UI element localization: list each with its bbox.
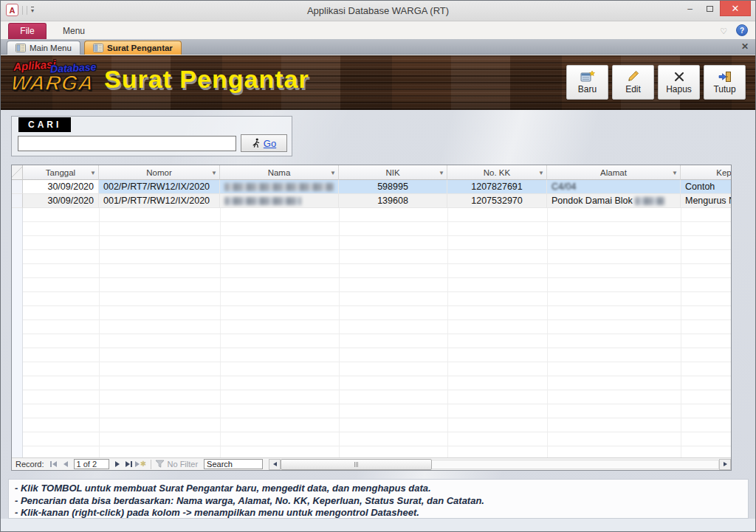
empty-datasheet-rows[interactable] — [12, 208, 731, 457]
header-label: No. KK — [484, 168, 510, 177]
cari-input[interactable] — [18, 136, 236, 151]
form-header-banner: Aplikasi Database WARGA Surat Pengantar … — [1, 55, 755, 110]
column-header-alamat[interactable]: Alamat ▼ — [547, 165, 681, 180]
cell-nokk[interactable]: 1207827691 — [447, 180, 547, 194]
menu-tab[interactable]: Menu — [57, 23, 91, 39]
horizontal-scrollbar — [269, 459, 731, 470]
go-label: Go — [264, 138, 276, 149]
record-navigation-bar: Record: 1 of 2 ✱ No Filter — [12, 457, 731, 470]
column-header-nokk[interactable]: No. KK ▼ — [447, 165, 547, 180]
exit-door-icon — [718, 71, 732, 83]
document-tab-strip: Main Menu Surat Pengantar ✕ — [1, 39, 755, 55]
datasheet: Tanggal ▼ Nomor ▼ Nama ▼ NIK ▼ No. KK ▼ … — [11, 165, 732, 471]
header-label: Nomor — [146, 168, 172, 177]
edit-button[interactable]: Edit — [612, 65, 654, 100]
tab-close-icon[interactable]: ✕ — [741, 41, 749, 52]
cell-nik[interactable]: 598995 — [339, 180, 447, 194]
pencil-icon — [627, 70, 639, 83]
scrollbar-thumb[interactable] — [281, 459, 432, 470]
cari-label: CARI — [18, 117, 71, 132]
form-icon — [93, 44, 103, 52]
go-button[interactable]: Go — [241, 134, 287, 152]
header-label: Keperluan — [716, 168, 732, 177]
chevron-down-icon[interactable]: ▼ — [439, 169, 444, 176]
x-icon — [673, 71, 685, 83]
scroll-left-button[interactable] — [269, 459, 281, 470]
minimize-button[interactable]: – — [680, 1, 700, 16]
button-label: Baru — [578, 84, 597, 94]
cell-tanggal[interactable]: 30/09/2020 — [23, 194, 99, 208]
cell-nama-redacted[interactable] — [220, 194, 339, 208]
column-header-nama[interactable]: Nama ▼ — [220, 165, 339, 180]
record-selector[interactable] — [12, 180, 23, 194]
app-logo: Aplikasi Database WARGA — [11, 59, 98, 106]
file-tab[interactable]: File — [8, 23, 47, 39]
new-form-icon — [580, 70, 595, 83]
column-header-tanggal[interactable]: Tanggal ▼ — [23, 165, 99, 180]
column-header-nik[interactable]: NIK ▼ — [339, 165, 447, 180]
chevron-down-icon[interactable]: ▼ — [90, 169, 96, 176]
baru-button[interactable]: Baru — [566, 65, 608, 100]
cell-keperluan[interactable]: Contoh — [681, 180, 732, 194]
record-label: Record: — [16, 460, 44, 469]
runner-icon — [252, 138, 261, 148]
filter-funnel-icon — [155, 460, 165, 469]
cell-nokk[interactable]: 1207532970 — [447, 194, 547, 208]
instruction-line: - Klik-kanan (right-click) pada kolom ->… — [15, 507, 748, 519]
chevron-down-icon[interactable]: ▼ — [672, 169, 678, 176]
cell-tanggal[interactable]: 30/09/2020 — [23, 180, 99, 194]
chevron-down-icon[interactable]: ▼ — [211, 169, 217, 176]
new-record-button[interactable]: ✱ — [135, 459, 147, 469]
select-all-corner[interactable] — [12, 165, 23, 180]
button-label: Hapus — [666, 84, 692, 94]
banner-buttons: Baru Edit Hapus — [566, 65, 746, 100]
cell-alamat[interactable]: Pondok Damai Blok — [547, 194, 681, 208]
table-row[interactable]: 30/09/2020 001/P/RT7/RW12/IX/2020 139608… — [12, 194, 731, 208]
column-header-nomor[interactable]: Nomor ▼ — [99, 165, 220, 180]
chevron-down-icon[interactable]: ▼ — [538, 169, 544, 176]
chevron-down-icon[interactable]: ▼ — [330, 169, 336, 176]
hapus-button[interactable]: Hapus — [658, 65, 700, 100]
cell-keperluan[interactable]: Mengurus NIK — [681, 194, 732, 208]
cell-nomor[interactable]: 002/P/RT7/RW12/IX/2020 — [99, 180, 220, 194]
blurred-text: C4/04 — [551, 182, 576, 192]
close-button[interactable]: ✕ — [720, 1, 751, 16]
cell-nomor[interactable]: 001/P/RT7/RW12/IX/2020 — [99, 194, 220, 208]
column-header-keperluan[interactable]: Keperluan — [681, 165, 732, 180]
tab-main-menu[interactable]: Main Menu — [7, 41, 80, 55]
header-label: NIK — [385, 168, 399, 177]
ribbon-tab-row: File Menu ♡ ? — [1, 21, 755, 39]
cell-alamat[interactable]: C4/04 — [547, 180, 681, 194]
last-record-button[interactable] — [123, 459, 135, 469]
form-icon — [16, 44, 26, 52]
window-controls: – ✕ — [680, 1, 751, 16]
next-record-button[interactable] — [111, 459, 123, 469]
no-filter-button[interactable]: No Filter — [155, 460, 199, 469]
cell-nik[interactable]: 139608 — [339, 194, 447, 208]
tab-label: Surat Pengantar — [107, 44, 173, 52]
redacted-text-block — [224, 197, 301, 205]
maximize-icon — [707, 6, 713, 12]
datasheet-header-row: Tanggal ▼ Nomor ▼ Nama ▼ NIK ▼ No. KK ▼ … — [12, 165, 731, 180]
previous-record-button[interactable] — [60, 459, 72, 469]
record-search-input[interactable] — [204, 459, 263, 469]
cell-nama-redacted[interactable] — [220, 180, 339, 194]
first-record-button[interactable] — [48, 459, 60, 469]
instructions-panel: - Klik TOMBOL untuk membuat Surat Pengan… — [8, 479, 749, 519]
record-selector[interactable] — [12, 194, 23, 208]
heart-icon[interactable]: ♡ — [720, 27, 727, 36]
maximize-button[interactable] — [700, 1, 720, 16]
tab-surat-pengantar[interactable]: Surat Pengantar — [84, 41, 182, 55]
redacted-text-block — [635, 197, 664, 205]
record-position-box[interactable]: 1 of 2 — [74, 459, 109, 469]
table-row[interactable]: 30/09/2020 002/P/RT7/RW12/IX/2020 598995… — [12, 180, 731, 194]
redacted-text-block — [224, 183, 334, 191]
scroll-right-button[interactable] — [719, 459, 731, 470]
header-label: Alamat — [600, 168, 627, 177]
logo-text-warga: WARGA — [10, 72, 96, 95]
tutup-button[interactable]: Tutup — [704, 65, 746, 100]
cell-text: Pondok Damai Blok — [551, 196, 633, 206]
scrollbar-track[interactable] — [432, 460, 719, 469]
title-bar: A ▾ Applikasi Database WARGA (RT) – ✕ — [1, 1, 755, 21]
help-icon[interactable]: ? — [736, 24, 748, 36]
